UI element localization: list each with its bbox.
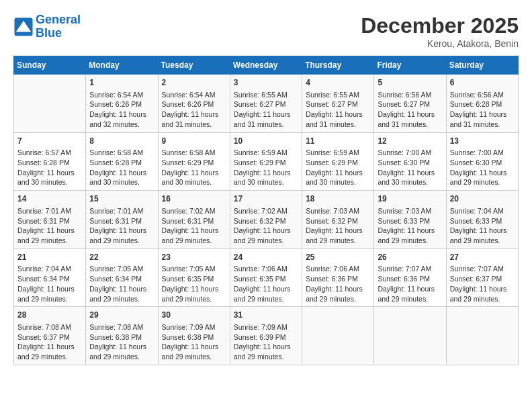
calendar-cell: 25Sunrise: 7:06 AMSunset: 6:36 PMDayligh… bbox=[302, 248, 374, 307]
calendar-cell: 4Sunrise: 6:55 AMSunset: 6:27 PMDaylight… bbox=[302, 75, 374, 133]
calendar-cell: 16Sunrise: 7:02 AMSunset: 6:31 PMDayligh… bbox=[158, 191, 230, 249]
cell-info: Sunrise: 7:02 AMSunset: 6:31 PMDaylight:… bbox=[162, 206, 226, 246]
cell-info: Sunrise: 7:07 AMSunset: 6:37 PMDaylight:… bbox=[450, 264, 515, 304]
week-row: 14Sunrise: 7:01 AMSunset: 6:31 PMDayligh… bbox=[14, 191, 519, 249]
day-number: 18 bbox=[306, 193, 370, 205]
location: Kerou, Atakora, Benin bbox=[361, 38, 519, 49]
logo: General Blue bbox=[13, 13, 81, 40]
logo-line2: Blue bbox=[36, 26, 62, 40]
calendar-cell: 12Sunrise: 7:00 AMSunset: 6:30 PMDayligh… bbox=[374, 132, 446, 191]
calendar-cell: 20Sunrise: 7:04 AMSunset: 6:33 PMDayligh… bbox=[446, 191, 518, 249]
day-number: 8 bbox=[89, 136, 154, 147]
cell-info: Sunrise: 7:00 AMSunset: 6:30 PMDaylight:… bbox=[378, 148, 442, 187]
day-number: 19 bbox=[378, 193, 442, 205]
cell-info: Sunrise: 7:04 AMSunset: 6:34 PMDaylight:… bbox=[17, 264, 82, 304]
page-header: General Blue December 2025 Kerou, Atakor… bbox=[13, 13, 519, 49]
cell-info: Sunrise: 6:59 AMSunset: 6:29 PMDaylight:… bbox=[306, 148, 370, 187]
calendar-cell: 10Sunrise: 6:59 AMSunset: 6:29 PMDayligh… bbox=[230, 132, 302, 191]
cell-info: Sunrise: 7:03 AMSunset: 6:32 PMDaylight:… bbox=[306, 206, 370, 246]
cell-info: Sunrise: 7:01 AMSunset: 6:31 PMDaylight:… bbox=[17, 206, 82, 246]
logo-icon bbox=[13, 17, 34, 37]
week-row: 7Sunrise: 6:57 AMSunset: 6:28 PMDaylight… bbox=[14, 132, 519, 191]
month-title: December 2025 bbox=[361, 13, 519, 38]
calendar-cell: 6Sunrise: 6:56 AMSunset: 6:28 PMDaylight… bbox=[446, 75, 518, 133]
cell-info: Sunrise: 7:08 AMSunset: 6:37 PMDaylight:… bbox=[17, 322, 82, 362]
calendar-cell: 30Sunrise: 7:09 AMSunset: 6:38 PMDayligh… bbox=[158, 307, 230, 365]
cell-info: Sunrise: 6:58 AMSunset: 6:29 PMDaylight:… bbox=[162, 148, 226, 187]
calendar-cell: 8Sunrise: 6:58 AMSunset: 6:28 PMDaylight… bbox=[86, 132, 158, 191]
day-number: 5 bbox=[378, 77, 442, 89]
cell-info: Sunrise: 7:06 AMSunset: 6:36 PMDaylight:… bbox=[306, 264, 370, 304]
cell-info: Sunrise: 7:09 AMSunset: 6:39 PMDaylight:… bbox=[234, 322, 298, 362]
day-number: 2 bbox=[162, 77, 226, 89]
calendar-cell: 9Sunrise: 6:58 AMSunset: 6:29 PMDaylight… bbox=[158, 132, 230, 191]
day-number: 29 bbox=[89, 310, 154, 321]
calendar-cell: 1Sunrise: 6:54 AMSunset: 6:26 PMDaylight… bbox=[86, 75, 158, 133]
calendar-cell: 28Sunrise: 7:08 AMSunset: 6:37 PMDayligh… bbox=[14, 307, 86, 365]
cell-info: Sunrise: 6:57 AMSunset: 6:28 PMDaylight:… bbox=[17, 148, 82, 187]
week-row: 1Sunrise: 6:54 AMSunset: 6:26 PMDaylight… bbox=[14, 75, 519, 133]
calendar-cell: 2Sunrise: 6:54 AMSunset: 6:26 PMDaylight… bbox=[158, 75, 230, 133]
day-number: 25 bbox=[306, 252, 370, 263]
day-number: 13 bbox=[450, 136, 515, 147]
calendar-cell: 29Sunrise: 7:08 AMSunset: 6:38 PMDayligh… bbox=[86, 307, 158, 365]
calendar-cell: 11Sunrise: 6:59 AMSunset: 6:29 PMDayligh… bbox=[302, 132, 374, 191]
cell-info: Sunrise: 6:58 AMSunset: 6:28 PMDaylight:… bbox=[89, 148, 154, 187]
cell-info: Sunrise: 7:00 AMSunset: 6:30 PMDaylight:… bbox=[450, 148, 515, 187]
day-number: 27 bbox=[450, 252, 515, 263]
calendar-cell: 17Sunrise: 7:02 AMSunset: 6:32 PMDayligh… bbox=[230, 191, 302, 249]
col-header-monday: Monday bbox=[86, 56, 158, 75]
logo-text: General Blue bbox=[36, 13, 81, 40]
cell-info: Sunrise: 7:01 AMSunset: 6:31 PMDaylight:… bbox=[89, 206, 154, 246]
calendar-cell: 21Sunrise: 7:04 AMSunset: 6:34 PMDayligh… bbox=[14, 248, 86, 307]
day-number: 26 bbox=[378, 252, 442, 263]
logo-line1: General bbox=[36, 13, 81, 26]
calendar-cell bbox=[302, 307, 374, 365]
cell-info: Sunrise: 7:08 AMSunset: 6:38 PMDaylight:… bbox=[89, 322, 154, 362]
calendar-cell: 3Sunrise: 6:55 AMSunset: 6:27 PMDaylight… bbox=[230, 75, 302, 133]
calendar-cell: 5Sunrise: 6:56 AMSunset: 6:27 PMDaylight… bbox=[374, 75, 446, 133]
header-row: SundayMondayTuesdayWednesdayThursdayFrid… bbox=[14, 56, 519, 75]
col-header-friday: Friday bbox=[374, 56, 446, 75]
calendar-cell: 18Sunrise: 7:03 AMSunset: 6:32 PMDayligh… bbox=[302, 191, 374, 249]
day-number: 4 bbox=[306, 77, 370, 89]
col-header-saturday: Saturday bbox=[446, 56, 518, 75]
cell-info: Sunrise: 6:56 AMSunset: 6:27 PMDaylight:… bbox=[378, 90, 442, 130]
day-number: 22 bbox=[89, 252, 154, 263]
day-number: 23 bbox=[162, 252, 226, 263]
cell-info: Sunrise: 6:59 AMSunset: 6:29 PMDaylight:… bbox=[234, 148, 298, 187]
cell-info: Sunrise: 7:09 AMSunset: 6:38 PMDaylight:… bbox=[162, 322, 226, 362]
calendar-table: SundayMondayTuesdayWednesdayThursdayFrid… bbox=[13, 56, 519, 365]
calendar-cell: 22Sunrise: 7:05 AMSunset: 6:34 PMDayligh… bbox=[86, 248, 158, 307]
cell-info: Sunrise: 6:54 AMSunset: 6:26 PMDaylight:… bbox=[89, 90, 154, 130]
day-number: 24 bbox=[234, 252, 298, 263]
day-number: 12 bbox=[378, 136, 442, 147]
day-number: 21 bbox=[17, 252, 82, 263]
day-number: 14 bbox=[17, 193, 82, 205]
title-block: December 2025 Kerou, Atakora, Benin bbox=[361, 13, 519, 49]
cell-info: Sunrise: 6:55 AMSunset: 6:27 PMDaylight:… bbox=[306, 90, 370, 130]
day-number: 7 bbox=[17, 136, 82, 147]
calendar-cell bbox=[374, 307, 446, 365]
col-header-tuesday: Tuesday bbox=[158, 56, 230, 75]
calendar-cell: 7Sunrise: 6:57 AMSunset: 6:28 PMDaylight… bbox=[14, 132, 86, 191]
col-header-thursday: Thursday bbox=[302, 56, 374, 75]
day-number: 31 bbox=[234, 310, 298, 321]
calendar-cell: 26Sunrise: 7:07 AMSunset: 6:36 PMDayligh… bbox=[374, 248, 446, 307]
cell-info: Sunrise: 7:04 AMSunset: 6:33 PMDaylight:… bbox=[450, 206, 515, 246]
calendar-cell: 14Sunrise: 7:01 AMSunset: 6:31 PMDayligh… bbox=[14, 191, 86, 249]
cell-info: Sunrise: 7:02 AMSunset: 6:32 PMDaylight:… bbox=[234, 206, 298, 246]
cell-info: Sunrise: 7:03 AMSunset: 6:33 PMDaylight:… bbox=[378, 206, 442, 246]
day-number: 10 bbox=[234, 136, 298, 147]
day-number: 28 bbox=[17, 310, 82, 321]
calendar-cell: 31Sunrise: 7:09 AMSunset: 6:39 PMDayligh… bbox=[230, 307, 302, 365]
cell-info: Sunrise: 6:56 AMSunset: 6:28 PMDaylight:… bbox=[450, 90, 515, 130]
cell-info: Sunrise: 6:54 AMSunset: 6:26 PMDaylight:… bbox=[162, 90, 226, 130]
day-number: 20 bbox=[450, 193, 515, 205]
cell-info: Sunrise: 7:05 AMSunset: 6:34 PMDaylight:… bbox=[89, 264, 154, 304]
day-number: 16 bbox=[162, 193, 226, 205]
calendar-cell: 24Sunrise: 7:06 AMSunset: 6:35 PMDayligh… bbox=[230, 248, 302, 307]
cell-info: Sunrise: 7:07 AMSunset: 6:36 PMDaylight:… bbox=[378, 264, 442, 304]
day-number: 3 bbox=[234, 77, 298, 89]
cell-info: Sunrise: 6:55 AMSunset: 6:27 PMDaylight:… bbox=[234, 90, 298, 130]
